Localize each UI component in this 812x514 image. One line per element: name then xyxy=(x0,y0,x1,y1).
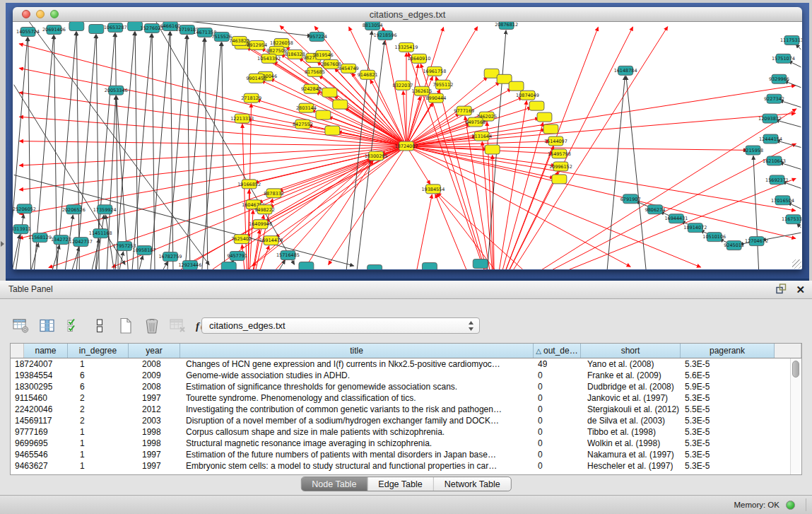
graph-node-teal[interactable] xyxy=(69,22,84,30)
table-source-select-value: citations_edges.txt xyxy=(209,320,286,331)
table-scrollbar[interactable] xyxy=(790,358,801,474)
graph-node-yellow[interactable] xyxy=(537,112,552,122)
graph-node-label: 8427552 xyxy=(293,122,313,127)
table-row[interactable]: 911546021997Tourette syndrome. Phenomeno… xyxy=(11,392,801,404)
tab-edge-table[interactable]: Edge Table xyxy=(367,477,433,491)
table-row[interactable]: 1456911722003Disruption of a novel membe… xyxy=(11,415,801,426)
table-cell: 5.3E-5 xyxy=(685,426,710,438)
graph-node-yellow[interactable] xyxy=(529,101,544,110)
citation-edge-red xyxy=(495,178,796,269)
graph-node-label: 9819546 xyxy=(313,52,334,58)
table-row[interactable]: 946362711997Embryonic stem cells: a mode… xyxy=(11,460,801,472)
citation-edge-red xyxy=(406,146,554,177)
column-header-short[interactable]: short xyxy=(581,344,681,358)
graph-node-yellow[interactable] xyxy=(543,124,558,134)
collapse-panel-arrow-icon[interactable] xyxy=(1,241,4,247)
table-cell: 5.3E-5 xyxy=(685,449,710,460)
tab-node-table[interactable]: Node Table xyxy=(301,477,367,491)
graph-node-teal[interactable] xyxy=(221,262,236,269)
row-height-icon[interactable] xyxy=(90,316,109,335)
graph-node-label: 16944431 xyxy=(664,216,688,221)
table-cell: 18724007 xyxy=(15,358,52,370)
graph-node-label: 15692371 xyxy=(765,177,789,183)
graph-node-label: 10510106 xyxy=(702,234,726,240)
graph-node-label: 7955112 xyxy=(433,82,453,88)
citation-edge-red xyxy=(495,146,554,269)
memory-ok-indicator-icon[interactable] xyxy=(786,501,795,510)
graph-node-yellow[interactable] xyxy=(509,81,524,90)
table-row[interactable]: 977716911998Corpus callosum shape and si… xyxy=(11,426,801,438)
close-window-button[interactable] xyxy=(22,10,30,18)
table-cell: 1 xyxy=(80,358,85,370)
table-source-select[interactable]: citations_edges.txt xyxy=(201,317,480,334)
table-cell: 0 xyxy=(538,381,543,392)
status-bar: Memory: OK xyxy=(0,495,812,514)
table-row[interactable]: 2242004622012Investigating the contribut… xyxy=(11,404,801,415)
graph-node-label: 10996152 xyxy=(549,164,572,170)
citation-edge-black xyxy=(170,32,173,269)
graph-node-label: 12704672 xyxy=(745,238,768,244)
citation-edge-black xyxy=(222,42,225,269)
column-header-in_degree[interactable]: in_degree xyxy=(68,344,129,358)
graph-node-teal[interactable] xyxy=(473,259,488,269)
network-canvas[interactable]: 1872400786601238912954182260589827509105… xyxy=(13,22,802,269)
table-cell: 1 xyxy=(80,426,85,438)
graph-node-yellow[interactable] xyxy=(485,145,500,154)
graph-node-label: 9901458 xyxy=(246,76,266,81)
table-cell: 0 xyxy=(538,415,543,426)
minimize-window-button[interactable] xyxy=(36,10,45,18)
table-row[interactable]: 1830029562008Estimation of significance … xyxy=(11,381,801,392)
graph-node-label: 16914479 xyxy=(259,238,283,243)
graph-node-yellow[interactable] xyxy=(322,88,337,97)
table-cell: 1997 xyxy=(142,449,161,460)
graph-node-yellow[interactable] xyxy=(333,100,348,109)
graph-node-label: 2131644 xyxy=(471,134,492,139)
table-row[interactable]: 1938455462009Genome-wide association stu… xyxy=(11,370,801,381)
table-cell: Embryonic stem cells: a model to study s… xyxy=(186,460,497,472)
graph-node-yellow[interactable] xyxy=(316,110,331,119)
graph-node-yellow[interactable] xyxy=(325,126,340,135)
column-header-title[interactable]: title xyxy=(180,344,534,358)
new-column-icon[interactable] xyxy=(116,316,135,335)
table-cell: 5.3E-5 xyxy=(685,415,710,426)
tab-network-table[interactable]: Network Table xyxy=(433,477,511,491)
node-table[interactable]: namein_degreeyeartitle△out_de…shortpager… xyxy=(10,343,802,475)
graph-node-label: 3313911 xyxy=(13,226,31,232)
float-panel-icon[interactable] xyxy=(776,284,787,297)
graph-node-label: 12093872 xyxy=(758,116,782,122)
select-columns-icon[interactable] xyxy=(37,316,57,335)
table-row[interactable]: 969969511998Structural magnetic resonanc… xyxy=(11,438,801,449)
graph-node-teal[interactable] xyxy=(299,262,314,269)
graph-node-yellow[interactable] xyxy=(552,175,567,184)
column-header-name[interactable]: name xyxy=(24,344,68,358)
graph-node-teal[interactable] xyxy=(422,263,437,269)
network-view-window[interactable]: citations_edges.txt 18724007866012389129… xyxy=(13,7,802,270)
select-rows-check-icon[interactable] xyxy=(64,316,83,335)
graph-node-label: 8912954 xyxy=(247,42,267,48)
table-row[interactable]: 1872400712008Changes of HCN gene express… xyxy=(11,358,801,370)
window-resize-grip[interactable] xyxy=(792,259,801,269)
table-row[interactable]: 946554611997Estimation of the future num… xyxy=(11,449,801,460)
network-window-titlebar[interactable]: citations_edges.txt xyxy=(13,7,802,22)
delete-column-trash-icon[interactable] xyxy=(142,316,161,335)
close-panel-icon[interactable]: ✕ xyxy=(796,281,805,299)
sort-ascending-icon[interactable]: △ xyxy=(536,347,541,355)
citation-edge-red xyxy=(406,146,796,210)
column-header-pagerank[interactable]: pagerank xyxy=(681,344,775,358)
graph-node-label: 11675331 xyxy=(782,216,802,222)
table-toolbar: f (x) xyxy=(11,316,213,335)
zoom-window-button[interactable] xyxy=(50,10,59,18)
graph-node-teal[interactable] xyxy=(367,265,382,269)
column-header-year[interactable]: year xyxy=(129,344,180,358)
citation-edge-black xyxy=(16,214,24,269)
table-settings-icon[interactable] xyxy=(11,316,30,335)
table-cell: 0 xyxy=(538,460,543,472)
table-cell: 1 xyxy=(80,449,85,460)
citation-edge-black xyxy=(132,34,151,269)
graph-node-label: 16782759 xyxy=(158,254,182,259)
table-scrollbar-thumb[interactable] xyxy=(792,361,799,378)
network-graph[interactable]: 1872400786601238912954182260589827509105… xyxy=(13,22,802,269)
citation-edge-black xyxy=(96,215,104,269)
graph-node-teal[interactable] xyxy=(89,24,104,33)
column-header-out_de[interactable]: △out_de… xyxy=(534,344,581,358)
